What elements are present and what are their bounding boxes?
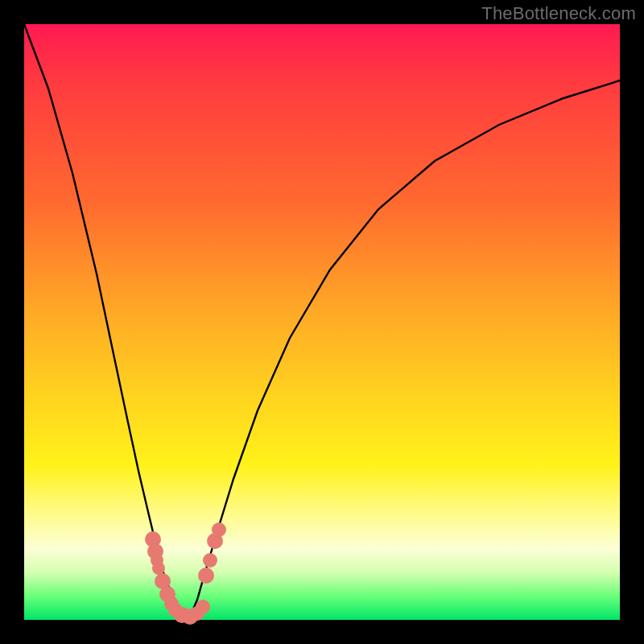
chart-frame: TheBottleneck.com [0, 0, 644, 644]
highlight-dots [145, 522, 226, 625]
chart-svg [24, 24, 620, 620]
highlight-dot [212, 522, 226, 537]
curve-layer [24, 24, 620, 617]
left-curve [24, 24, 190, 617]
highlight-dot [196, 600, 210, 614]
highlight-dot [152, 562, 165, 575]
right-curve [190, 80, 620, 617]
highlight-dot [198, 568, 214, 584]
watermark-text: TheBottleneck.com [481, 3, 636, 24]
highlight-dot [203, 553, 217, 568]
